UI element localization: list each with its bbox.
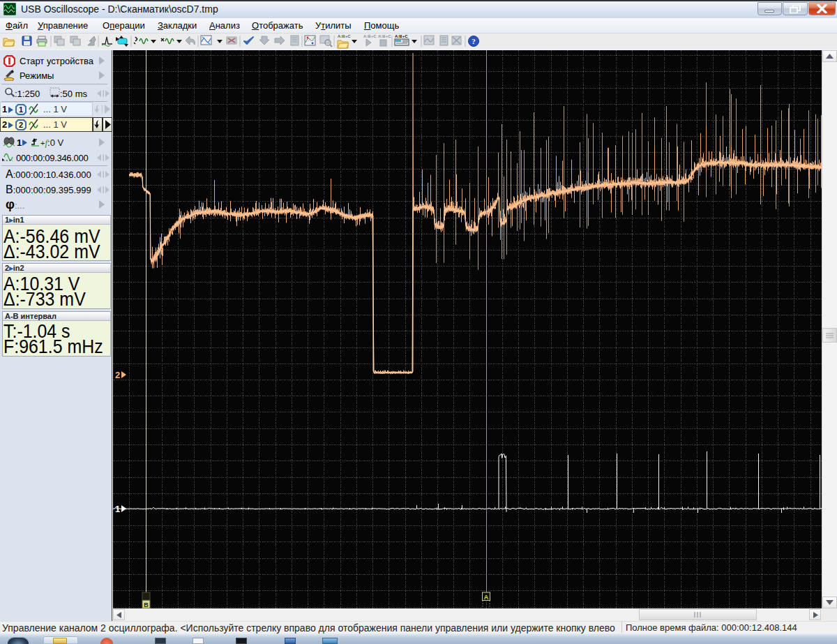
svg-text:2: 2 xyxy=(115,370,120,380)
svg-text:1: 1 xyxy=(115,504,120,514)
svg-text:?: ? xyxy=(472,37,476,45)
svg-text:A:B+C: A:B+C xyxy=(338,34,351,38)
svg-text:2: 2 xyxy=(19,121,23,129)
svg-text:B: B xyxy=(144,601,149,608)
svg-text:A:B+C: A:B+C xyxy=(378,34,391,38)
svg-text:A:B+C: A:B+C xyxy=(395,34,408,38)
svg-text:A:B+C: A:B+C xyxy=(363,34,377,38)
svg-text:1: 1 xyxy=(19,105,23,114)
svg-text:A: A xyxy=(484,594,489,601)
